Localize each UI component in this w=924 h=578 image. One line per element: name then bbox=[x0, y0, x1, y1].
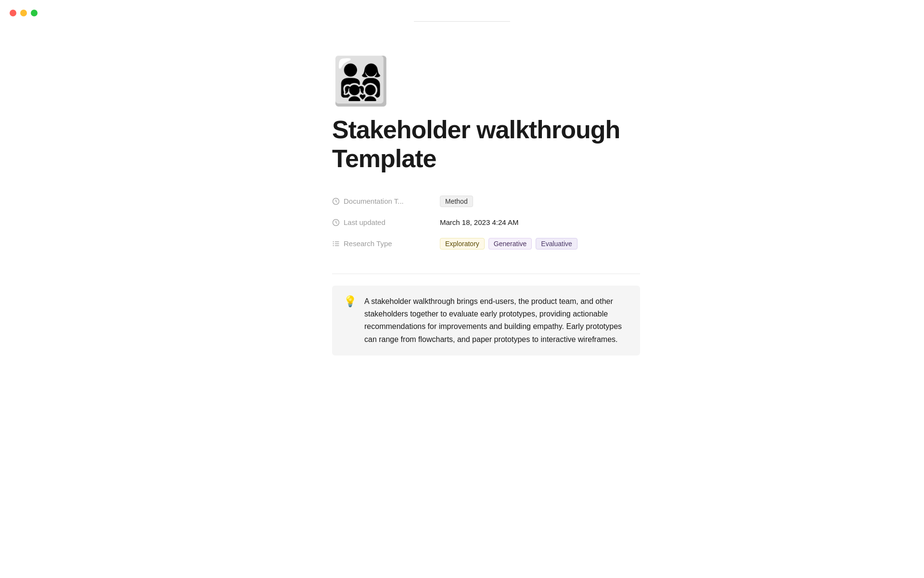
callout-text: A stakeholder walkthrough brings end-use… bbox=[364, 295, 629, 346]
maximize-button[interactable] bbox=[31, 10, 38, 16]
evaluative-tag[interactable]: Evaluative bbox=[536, 238, 578, 250]
callout-block: 💡 A stakeholder walkthrough brings end-u… bbox=[332, 286, 640, 356]
property-label-research-type[interactable]: Research Type bbox=[332, 239, 428, 248]
main-content: 👨‍👩‍👧‍👦 Stakeholder walkthrough Template… bbox=[245, 0, 679, 394]
property-value-research-type[interactable]: Exploratory Generative Evaluative bbox=[440, 238, 578, 250]
exploratory-tag[interactable]: Exploratory bbox=[440, 238, 485, 250]
last-updated-value: March 18, 2023 4:24 AM bbox=[440, 218, 518, 226]
property-label-doc-type[interactable]: Documentation T... bbox=[332, 197, 428, 205]
property-row-doc-type: Documentation T... Method bbox=[332, 191, 640, 212]
property-value-last-updated[interactable]: March 18, 2023 4:24 AM bbox=[440, 218, 518, 226]
method-tag[interactable]: Method bbox=[440, 196, 473, 207]
page-title[interactable]: Stakeholder walkthrough Template bbox=[332, 116, 640, 173]
property-row-research-type: Research Type Exploratory Generative Eva… bbox=[332, 233, 640, 254]
clock-icon bbox=[332, 197, 340, 205]
page-icon: 👨‍👩‍👧‍👦 bbox=[332, 58, 640, 104]
top-divider bbox=[414, 21, 510, 22]
traffic-lights bbox=[10, 10, 38, 16]
properties-section: Documentation T... Method Last updated M… bbox=[332, 191, 640, 254]
generative-tag[interactable]: Generative bbox=[488, 238, 532, 250]
property-value-doc-type[interactable]: Method bbox=[440, 196, 473, 207]
lightbulb-icon: 💡 bbox=[344, 296, 357, 307]
property-row-last-updated: Last updated March 18, 2023 4:24 AM bbox=[332, 212, 640, 233]
section-divider bbox=[332, 274, 640, 274]
clock-icon-2 bbox=[332, 219, 340, 226]
list-icon bbox=[332, 240, 340, 248]
property-label-last-updated[interactable]: Last updated bbox=[332, 218, 428, 226]
close-button[interactable] bbox=[10, 10, 16, 16]
minimize-button[interactable] bbox=[20, 10, 27, 16]
